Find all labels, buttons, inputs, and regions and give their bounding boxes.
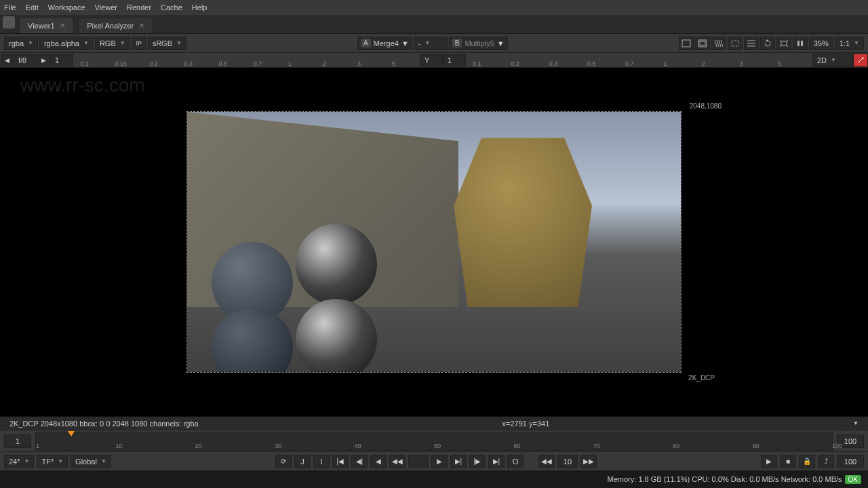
input-a-dropdown[interactable]: A Merge4 ▼ — [357, 37, 412, 50]
scope-value: Global — [75, 458, 97, 466]
lut-dropdown[interactable]: sRGB▼ — [148, 37, 186, 50]
first-frame-icon[interactable]: |◀ — [332, 455, 349, 468]
close-icon[interactable]: × — [60, 20, 66, 30]
menu-help[interactable]: Help — [192, 3, 208, 12]
svg-rect-3 — [732, 41, 738, 46]
svg-rect-6 — [801, 41, 803, 46]
a-node-name: Merge4 — [374, 39, 399, 47]
info-bar: 2K_DCP 2048x1080 bbox: 0 0 2048 1080 cha… — [0, 416, 868, 430]
prev-keyframe-icon[interactable]: ◀| — [351, 455, 368, 468]
ip-label: IP — [136, 40, 142, 47]
chevron-down-icon: ▼ — [58, 458, 63, 464]
playhead-icon[interactable] — [68, 431, 75, 436]
jump-back-icon[interactable]: ◀◀ — [538, 455, 555, 468]
menu-viewer[interactable]: Viewer — [95, 3, 117, 12]
j-button[interactable]: J — [294, 455, 311, 468]
image-info: 2K_DCP 2048x1080 bbox: 0 0 2048 1080 cha… — [9, 420, 199, 428]
alpha-dropdown[interactable]: rgba.alpha▼ — [39, 37, 94, 50]
out-point-button[interactable]: O — [507, 455, 524, 468]
playback-bar: 24*▼ TF*▼ Global▼ ⟳ J I |◀ ◀| ◀ ◀◀ ▶ ▶| … — [0, 451, 868, 470]
b-node-name: Multiply5 — [465, 39, 494, 47]
refresh-icon[interactable] — [760, 37, 775, 50]
input-b-dropdown[interactable]: B Multiply5 ▼ — [449, 37, 508, 50]
last-frame-icon[interactable]: ▶| — [488, 455, 505, 468]
jump-value[interactable]: 10 — [557, 455, 578, 468]
next-frame-button[interactable]: ▶ — [37, 54, 50, 66]
menu-edit[interactable]: Edit — [26, 3, 39, 12]
flipbook-icon[interactable]: ■ — [780, 455, 796, 468]
capture-icon[interactable]: ▶ — [761, 455, 777, 468]
prev-frame-button[interactable]: ◀ — [1, 54, 13, 66]
in-point-button[interactable]: I — [313, 455, 330, 468]
menu-cache[interactable]: Cache — [161, 3, 182, 12]
timeformat-dropdown[interactable]: TF*▼ — [37, 455, 68, 468]
watermark: www.rr-sc.com — [20, 75, 145, 96]
menu-render[interactable]: Render — [127, 3, 151, 12]
reference-sphere-matte-2 — [212, 307, 293, 372]
fps-value: 24* — [9, 458, 20, 466]
record-icon[interactable] — [853, 54, 868, 67]
zoom-dropdown[interactable]: 35% — [809, 37, 833, 50]
chevron-down-icon: ▼ — [497, 39, 505, 47]
pause-icon[interactable] — [793, 37, 808, 50]
gain-slider[interactable]: 0.10.150.20.30.50.71235 — [73, 54, 420, 67]
cursor-coords: x=2791 y=341 — [502, 420, 550, 428]
fps-dropdown[interactable]: 24*▼ — [4, 455, 34, 468]
safe-zone-icon[interactable] — [695, 37, 710, 50]
gamma-value: 1 — [448, 56, 452, 64]
zoom-value: 35% — [814, 39, 829, 47]
channel-dropdown[interactable]: rgba▼ — [4, 37, 38, 50]
gamma-field[interactable]: 1 — [443, 54, 466, 66]
frame-start-field[interactable]: 1 — [4, 434, 31, 448]
current-frame-indicator — [408, 455, 429, 468]
chevron-down-icon: ▼ — [425, 40, 430, 46]
timeline: 1 1102030405060708090100 100 — [0, 430, 868, 451]
timeline-track[interactable]: 1102030405060708090100 — [35, 432, 833, 451]
chevron-down-icon: ▼ — [831, 57, 836, 63]
loop-icon[interactable]: ⟳ — [275, 455, 292, 468]
status-bar: Memory: 1.8 GB (11.1%) CPU: 0.0% Disk: 0… — [0, 470, 868, 488]
range-end-field[interactable]: 100 — [837, 455, 864, 468]
close-icon[interactable]: × — [139, 20, 144, 30]
scope-dropdown[interactable]: Global▼ — [71, 455, 111, 468]
a-badge: A — [361, 39, 371, 47]
export-icon[interactable]: ⤴ — [818, 455, 834, 468]
proxy-icon[interactable] — [776, 37, 791, 50]
expand-icon[interactable]: ▼ — [853, 420, 859, 426]
fstop-field[interactable]: f/8 — [14, 54, 37, 66]
lock-icon[interactable]: 🔒 — [799, 455, 815, 468]
chevron-left-icon: ◀ — [5, 57, 9, 64]
chevron-down-icon: ▼ — [83, 40, 89, 46]
wipe-dropdown[interactable]: -▼ — [414, 37, 448, 50]
view-mode-dropdown[interactable]: 2D▼ — [812, 54, 853, 67]
tab-viewer1[interactable]: Viewer1 × — [19, 17, 74, 33]
colorspace-dropdown[interactable]: RGB▼ — [95, 37, 130, 50]
play-icon[interactable]: ▶ — [431, 455, 448, 468]
ip-button[interactable]: IP — [132, 37, 146, 50]
menu-workspace[interactable]: Workspace — [48, 3, 85, 12]
gain-field[interactable]: 1 — [50, 54, 73, 66]
alpha-value: rgba.alpha — [44, 39, 79, 47]
tab-pixel-analyzer[interactable]: Pixel Analyzer × — [78, 17, 153, 33]
ratio-dropdown[interactable]: 1:1▼ — [835, 37, 864, 50]
list-icon[interactable] — [744, 37, 759, 50]
colorspace-value: RGB — [100, 39, 116, 47]
chevron-down-icon: ▼ — [401, 39, 409, 47]
viewer-toolbar: rgba▼ rgba.alpha▼ RGB▼ IP sRGB▼ A Merge4… — [0, 34, 868, 53]
ratio-value: 1:1 — [840, 39, 850, 47]
b-badge: B — [452, 39, 462, 47]
overscan-icon[interactable] — [679, 37, 694, 50]
menu-file[interactable]: File — [4, 3, 16, 12]
chevron-down-icon: ▼ — [28, 40, 33, 46]
chevron-down-icon: ▼ — [120, 40, 125, 46]
viewer-panel[interactable]: www.rr-sc.com 2048,1080 2K_DCP — [0, 68, 868, 416]
jump-forward-icon[interactable]: ▶▶ — [580, 455, 597, 468]
gamma-slider[interactable]: 0.10.20.30.50.71235 — [466, 54, 812, 67]
step-forward-icon[interactable]: ▶| — [450, 455, 467, 468]
svg-rect-0 — [682, 40, 690, 47]
step-back-icon[interactable]: ◀ — [370, 455, 387, 468]
next-keyframe-icon[interactable]: |▶ — [469, 455, 486, 468]
play-back-icon[interactable]: ◀◀ — [389, 455, 406, 468]
roi-icon[interactable] — [728, 37, 743, 50]
clip-warning-icon[interactable] — [711, 37, 726, 50]
